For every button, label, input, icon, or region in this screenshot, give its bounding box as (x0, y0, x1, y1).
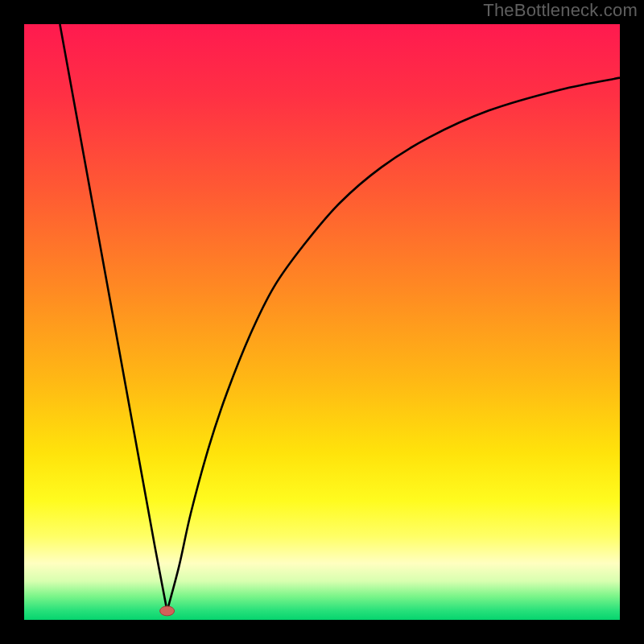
watermark-text: TheBottleneck.com (483, 0, 638, 21)
plot-area (24, 24, 620, 620)
minimum-marker (160, 606, 175, 616)
chart-svg (24, 24, 620, 620)
chart-frame: TheBottleneck.com (0, 0, 644, 644)
